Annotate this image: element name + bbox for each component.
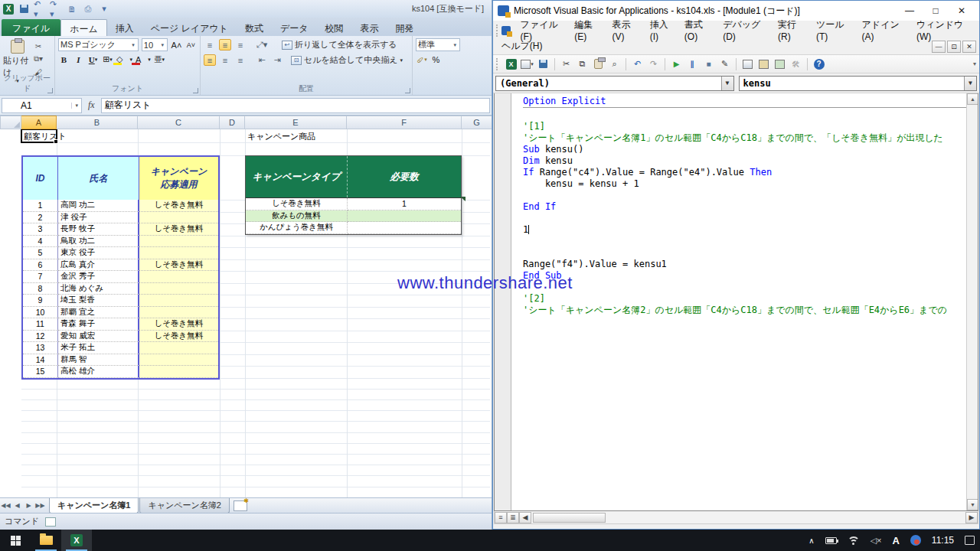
cell-campaign[interactable] bbox=[139, 354, 218, 367]
cell-campaign[interactable] bbox=[139, 366, 218, 378]
cell-required-count[interactable] bbox=[348, 210, 461, 223]
break-icon[interactable]: ∥ bbox=[686, 58, 699, 70]
cell-name[interactable]: 長野 牧子 bbox=[58, 223, 139, 236]
cell-campaign[interactable]: しそ巻き無料 bbox=[139, 200, 218, 212]
cell-campaign[interactable] bbox=[139, 295, 218, 307]
cell-id[interactable]: 10 bbox=[23, 307, 58, 319]
customer-table-header-campaign[interactable]: キャンペーン 応募適用 bbox=[139, 157, 218, 200]
align-right-icon[interactable]: ≡ bbox=[234, 54, 247, 66]
alignment-dialog-launcher[interactable] bbox=[405, 88, 410, 93]
code-line[interactable]: Option Explicit bbox=[523, 96, 966, 108]
cell-id[interactable]: 12 bbox=[23, 331, 58, 343]
shrink-font-icon[interactable]: A˅ bbox=[185, 39, 197, 51]
vba-help-icon[interactable]: ? bbox=[812, 58, 825, 70]
procedure-combo-dropdown-icon[interactable]: ▼ bbox=[964, 77, 976, 90]
module-restore-button[interactable]: ⊡ bbox=[947, 41, 961, 53]
cell-name[interactable]: 鳥取 功二 bbox=[58, 236, 139, 248]
column-header-B[interactable]: B bbox=[57, 116, 138, 129]
italic-button[interactable]: I bbox=[73, 54, 84, 65]
column-header-E[interactable]: E bbox=[245, 116, 347, 129]
cell-id[interactable]: 13 bbox=[23, 342, 58, 354]
code-line[interactable]: Sub kensu() bbox=[523, 144, 966, 155]
scroll-left-icon[interactable]: ◀ bbox=[519, 512, 531, 523]
code-line[interactable] bbox=[523, 236, 966, 247]
view-excel-icon[interactable]: X bbox=[505, 58, 518, 70]
code-line[interactable]: '[1] bbox=[523, 121, 966, 132]
customer-table-header-name[interactable]: 氏名 bbox=[58, 157, 139, 200]
name-box-dropdown-icon[interactable]: ▾ bbox=[71, 103, 81, 109]
tray-expand-icon[interactable]: ∧ bbox=[803, 530, 819, 551]
cell-required-count[interactable] bbox=[348, 222, 461, 234]
tab-校閲[interactable]: 校閲 bbox=[317, 19, 352, 36]
scroll-right-icon[interactable]: ▶ bbox=[965, 512, 978, 523]
font-size-combo[interactable]: 10▾ bbox=[142, 38, 168, 51]
volume-muted-icon[interactable]: ◁× bbox=[865, 530, 887, 551]
wifi-icon[interactable] bbox=[842, 530, 865, 551]
cell-campaign[interactable]: しそ巻き無料 bbox=[139, 318, 218, 331]
vba-paste-icon[interactable] bbox=[592, 58, 605, 70]
vba-undo-icon[interactable]: ↶ bbox=[631, 58, 644, 70]
column-header-C[interactable]: C bbox=[138, 116, 220, 129]
code-line[interactable]: '[2] bbox=[523, 293, 966, 305]
increase-indent-icon[interactable]: ⇥ bbox=[271, 54, 283, 66]
cell-campaign[interactable] bbox=[139, 247, 218, 259]
cell-campaign[interactable]: しそ巻き無料 bbox=[139, 223, 218, 236]
wrap-text-button[interactable]: ↩ 折り返して全体を表示する bbox=[282, 38, 397, 51]
name-box[interactable]: A1▾ bbox=[2, 98, 82, 113]
align-middle-icon[interactable]: ≡ bbox=[219, 39, 231, 51]
vba-menu-ツール(T)[interactable]: ツール(T) bbox=[811, 17, 857, 44]
cell-id[interactable]: 7 bbox=[23, 271, 58, 283]
tray-app-icon[interactable] bbox=[905, 530, 926, 551]
cell-campaign[interactable]: しそ巻き無料 bbox=[139, 331, 218, 343]
battery-icon[interactable] bbox=[820, 530, 842, 551]
properties-window-icon[interactable] bbox=[757, 58, 770, 70]
orientation-icon[interactable]: ⤢▾ bbox=[256, 39, 268, 51]
font-name-combo[interactable]: MS Pゴシック▾ bbox=[58, 38, 139, 51]
code-line[interactable] bbox=[523, 282, 966, 293]
cell-name[interactable]: 東京 役子 bbox=[58, 247, 139, 259]
currency-format-icon[interactable]: 🜚▾ bbox=[416, 54, 427, 65]
cell-name[interactable]: 広島 真介 bbox=[58, 259, 139, 272]
scroll-up-icon[interactable]: ▲ bbox=[967, 93, 978, 105]
cut-icon[interactable]: ✂ bbox=[32, 41, 44, 51]
undo-icon[interactable]: ↶ ▾ bbox=[34, 3, 46, 15]
vba-menu-書式(O)[interactable]: 書式(O) bbox=[679, 17, 717, 44]
project-explorer-icon[interactable] bbox=[741, 58, 754, 70]
cell-name[interactable]: 愛知 威宏 bbox=[58, 331, 139, 343]
cell-name[interactable]: 群馬 智 bbox=[58, 354, 139, 367]
code-line[interactable] bbox=[523, 213, 966, 224]
campaign-table-header-type[interactable]: キャンペーンタイプ bbox=[246, 156, 348, 197]
design-mode-icon[interactable]: ✎ bbox=[718, 58, 731, 70]
excel-app-icon[interactable]: X bbox=[3, 4, 14, 15]
column-header-D[interactable]: D bbox=[220, 116, 245, 129]
code-line[interactable]: Range("f4").Value = kensu1 bbox=[523, 259, 966, 270]
borders-icon[interactable]: ⊞▾ bbox=[102, 54, 113, 65]
phonetic-icon[interactable]: 亜▾ bbox=[154, 54, 165, 65]
module-close-button[interactable]: ✕ bbox=[962, 41, 976, 53]
number-format-combo[interactable]: 標準▾ bbox=[416, 38, 460, 51]
code-margin-bar[interactable] bbox=[495, 93, 511, 510]
cell-id[interactable]: 11 bbox=[23, 318, 58, 331]
save-icon[interactable] bbox=[18, 3, 30, 15]
formula-input[interactable]: 顧客リスト bbox=[101, 98, 490, 113]
code-line[interactable] bbox=[523, 109, 966, 121]
tab-数式[interactable]: 数式 bbox=[237, 19, 272, 36]
cell-campaign-type[interactable]: しそ巻き無料 bbox=[246, 198, 348, 210]
cell-id[interactable]: 14 bbox=[23, 354, 58, 367]
object-browser-icon[interactable] bbox=[773, 58, 786, 70]
tab-表示[interactable]: 表示 bbox=[352, 19, 387, 36]
reset-icon[interactable]: ■ bbox=[702, 58, 715, 70]
vba-find-icon[interactable]: ⌕ bbox=[608, 58, 621, 70]
cell-campaign-type[interactable]: 飲みもの無料 bbox=[246, 210, 348, 223]
vba-redo-icon[interactable]: ↷ bbox=[647, 58, 660, 70]
cells-area[interactable]: 顧客リスト キャンペーン商品 ID 氏名 キャンペーン 応募適用 1高岡 功二し… bbox=[0, 129, 492, 497]
customer-table-header-id[interactable]: ID bbox=[23, 157, 58, 200]
first-sheet-icon[interactable]: ◀◀ bbox=[0, 502, 11, 509]
cell-id[interactable]: 1 bbox=[23, 200, 58, 212]
redo-icon[interactable]: ↷ ▾ bbox=[50, 3, 62, 15]
cell-campaign-type[interactable]: かんぴょう巻き無料 bbox=[246, 222, 348, 234]
column-header-G[interactable]: G bbox=[462, 116, 492, 129]
copy-icon[interactable]: ⧉▾ bbox=[32, 54, 44, 64]
code-line[interactable]: 1 bbox=[523, 224, 966, 236]
hscroll-thumb[interactable] bbox=[533, 513, 606, 523]
